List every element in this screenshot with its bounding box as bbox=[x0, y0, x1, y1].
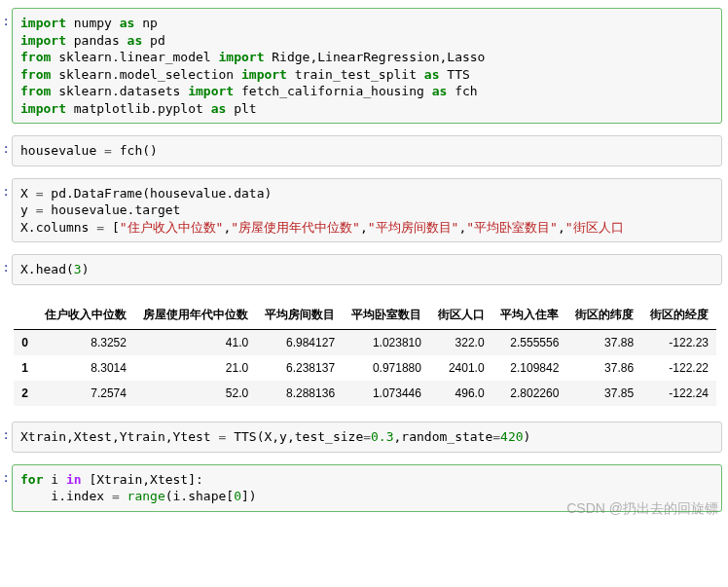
code-content[interactable]: X.head(3) bbox=[20, 261, 713, 278]
prompt: : bbox=[0, 422, 12, 453]
col-header: 街区人口 bbox=[429, 301, 492, 330]
cell-value: 6.984127 bbox=[256, 330, 343, 356]
table-row: 18.301421.06.2381370.9718802401.02.10984… bbox=[14, 355, 716, 381]
cell-value: 21.0 bbox=[134, 355, 256, 381]
code-content[interactable]: housevalue = fch() bbox=[20, 142, 713, 160]
cell-value: 0.971880 bbox=[343, 355, 429, 381]
code-input[interactable]: housevalue = fch() bbox=[12, 135, 722, 166]
cell-value: 2401.0 bbox=[429, 355, 492, 381]
code-input[interactable]: import numpy as np import pandas as pd f… bbox=[12, 8, 722, 124]
code-input[interactable]: X.head(3) bbox=[12, 254, 722, 285]
code-content[interactable]: for i in [Xtrain,Xtest]: i.index = range… bbox=[20, 471, 713, 505]
code-content[interactable]: X = pd.DataFrame(housevalue.data) y = ho… bbox=[20, 185, 713, 237]
cell-value: 41.0 bbox=[134, 330, 256, 356]
cell-value: -122.22 bbox=[641, 355, 716, 381]
col-header: 平均入住率 bbox=[492, 301, 567, 330]
output-cell: 住户收入中位数房屋使用年代中位数平均房间数目平均卧室数目街区人口平均入住率街区的… bbox=[0, 297, 728, 410]
col-header: 街区的纬度 bbox=[566, 301, 641, 330]
cell-value: 1.023810 bbox=[343, 330, 429, 356]
table-row: 08.325241.06.9841271.023810322.02.555556… bbox=[14, 330, 716, 356]
cell-value: -122.24 bbox=[641, 381, 716, 406]
col-header: 平均房间数目 bbox=[256, 301, 343, 330]
cell-value: 322.0 bbox=[429, 330, 492, 356]
table-row: 27.257452.08.2881361.073446496.02.802260… bbox=[14, 381, 716, 406]
cell-value: 8.3252 bbox=[36, 330, 134, 356]
cell-value: 52.0 bbox=[134, 381, 256, 406]
prompt: : bbox=[0, 8, 12, 124]
col-header: 房屋使用年代中位数 bbox=[134, 301, 256, 330]
code-cell: : for i in [Xtrain,Xtest]: i.index = ran… bbox=[0, 464, 728, 512]
col-header: 街区的经度 bbox=[641, 301, 716, 330]
cell-value: 8.3014 bbox=[36, 355, 134, 381]
code-input[interactable]: Xtrain,Xtest,Ytrain,Ytest = TTS(X,y,test… bbox=[12, 422, 722, 453]
code-cell: : import numpy as np import pandas as pd… bbox=[0, 8, 728, 124]
prompt-empty bbox=[0, 297, 12, 410]
row-index: 1 bbox=[14, 355, 36, 381]
code-cell: : X = pd.DataFrame(housevalue.data) y = … bbox=[0, 178, 728, 243]
cell-value: 2.802260 bbox=[492, 381, 567, 406]
prompt: : bbox=[0, 178, 12, 243]
cell-value: 7.2574 bbox=[36, 381, 134, 406]
cell-value: 496.0 bbox=[429, 381, 492, 406]
code-cell: : Xtrain,Xtest,Ytrain,Ytest = TTS(X,y,te… bbox=[0, 422, 728, 453]
cell-value: 1.073446 bbox=[343, 381, 429, 406]
col-header: 住户收入中位数 bbox=[36, 301, 134, 330]
code-cell: : X.head(3) bbox=[0, 254, 728, 285]
prompt: : bbox=[0, 135, 12, 166]
cell-value: 6.238137 bbox=[256, 355, 343, 381]
code-content[interactable]: Xtrain,Xtest,Ytrain,Ytest = TTS(X,y,test… bbox=[20, 428, 713, 446]
cell-value: 2.555556 bbox=[492, 330, 567, 356]
row-index: 2 bbox=[14, 381, 36, 406]
prompt: : bbox=[0, 254, 12, 285]
cell-value: 37.85 bbox=[566, 381, 641, 406]
code-content[interactable]: import numpy as np import pandas as pd f… bbox=[20, 15, 713, 117]
dataframe-output: 住户收入中位数房屋使用年代中位数平均房间数目平均卧室数目街区人口平均入住率街区的… bbox=[12, 297, 722, 410]
dataframe-table: 住户收入中位数房屋使用年代中位数平均房间数目平均卧室数目街区人口平均入住率街区的… bbox=[14, 301, 716, 406]
code-input[interactable]: for i in [Xtrain,Xtest]: i.index = range… bbox=[12, 464, 722, 512]
prompt: : bbox=[0, 464, 12, 512]
cell-value: 37.86 bbox=[566, 355, 641, 381]
row-index: 0 bbox=[14, 330, 36, 356]
table-body: 08.325241.06.9841271.023810322.02.555556… bbox=[14, 330, 716, 407]
cell-value: 8.288136 bbox=[256, 381, 343, 406]
code-cell: : housevalue = fch() bbox=[0, 135, 728, 166]
table-header-row: 住户收入中位数房屋使用年代中位数平均房间数目平均卧室数目街区人口平均入住率街区的… bbox=[14, 301, 716, 330]
code-input[interactable]: X = pd.DataFrame(housevalue.data) y = ho… bbox=[12, 178, 722, 243]
col-header: 平均卧室数目 bbox=[343, 301, 429, 330]
cell-value: -122.23 bbox=[641, 330, 716, 356]
cell-value: 37.88 bbox=[566, 330, 641, 356]
cell-value: 2.109842 bbox=[492, 355, 567, 381]
